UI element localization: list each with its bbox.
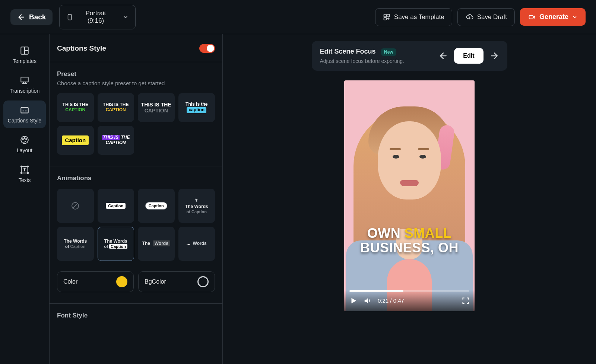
main: Templates Transcription Captions Style L… (0, 34, 596, 364)
svg-rect-5 (529, 15, 533, 19)
generate-button[interactable]: Generate (520, 8, 586, 26)
scene-focus-bar: Edit Scene Focus New Adjust scene focus … (312, 41, 507, 71)
preset-section: Preset Choose a caption style preset to … (50, 62, 222, 166)
preset-grid: THIS IS THE CAPTION THIS IS THE CAPTION … (57, 93, 215, 122)
sidebar-item-templates[interactable]: Templates (3, 41, 46, 68)
anim-line1: The Words (185, 204, 208, 210)
preset-subheading: Choose a caption style preset to get sta… (57, 80, 215, 86)
animation-tile-none[interactable] (57, 189, 94, 223)
svg-rect-10 (21, 77, 28, 82)
scene-focus-actions: Edit (438, 48, 499, 64)
caption-word-highlighted: SMALL (405, 226, 451, 241)
anim-line1: The Words (64, 239, 87, 244)
sidebar-item-captions-style[interactable]: Captions Style (3, 100, 46, 128)
sidebar-item-layout[interactable]: Layout (3, 130, 46, 158)
edit-scene-button[interactable]: Edit (454, 48, 483, 64)
animation-tile-words-cursor[interactable]: The Words of Caption (178, 189, 215, 223)
preset-line2: CAPTION (145, 108, 168, 114)
preset-tile-1[interactable]: THIS IS THE CAPTION (57, 93, 94, 122)
back-label: Back (29, 13, 46, 21)
color-picker[interactable]: Color (57, 271, 134, 292)
play-button[interactable] (349, 297, 358, 305)
caption-word: OH (438, 240, 459, 255)
preset-line2: CAPTION (65, 108, 85, 113)
animation-tile-caption-round[interactable]: Caption (138, 189, 175, 223)
person-brow (390, 148, 401, 150)
video-frame (344, 80, 475, 311)
font-style-section: Font Style (50, 304, 222, 319)
animations-heading: Animations (57, 175, 215, 182)
save-as-template-button[interactable]: Save as Template (375, 8, 452, 26)
panel-header: Captions Style (50, 34, 222, 62)
video-preview[interactable]: OWN SMALL BUSINESS, OH 0:21 (344, 80, 475, 311)
transcription-icon (19, 75, 30, 86)
caption-word: BUSINESS, (360, 240, 434, 255)
svg-rect-3 (387, 14, 390, 17)
person-eye (393, 155, 399, 159)
preset-tile-2[interactable]: THIS IS THE CAPTION (98, 93, 134, 122)
animation-tile-words-spaced[interactable]: The Words (138, 227, 175, 261)
sidebar-item-label: Templates (13, 58, 37, 64)
svg-rect-12 (21, 107, 28, 113)
scene-prev-button[interactable] (438, 51, 448, 61)
canvas-column: Edit Scene Focus New Adjust scene focus … (223, 34, 596, 364)
arrow-left-icon (17, 13, 25, 21)
anim-label: ... Words (187, 241, 207, 246)
fullscreen-button[interactable] (462, 297, 469, 304)
preset-tile-5[interactable]: Caption (57, 126, 94, 155)
topbar: Back Portrait (9:16) Save as Template Sa… (0, 0, 596, 34)
preset-heading: Preset (57, 70, 215, 78)
preset-grid-row2: Caption THIS IS THE CAPTION (57, 126, 215, 155)
preset-line2: caption (187, 107, 206, 113)
sidebar-item-transcription[interactable]: Transcription (3, 71, 46, 98)
save-template-label: Save as Template (394, 13, 444, 21)
caption-overlay: OWN SMALL BUSINESS, OH (344, 226, 475, 255)
anim-line2: of Caption (104, 244, 127, 249)
anim-label: The Words (142, 241, 170, 246)
new-badge: New (381, 48, 396, 56)
animation-tile-caption-box[interactable]: Caption (98, 189, 134, 223)
color-swatch (116, 276, 127, 287)
templates-icon (19, 45, 30, 56)
scene-focus-text: Edit Scene Focus New Adjust scene focus … (320, 48, 404, 64)
topbar-left: Back Portrait (9:16) (10, 5, 136, 29)
layout-palette-icon (19, 135, 30, 145)
template-save-icon (383, 13, 390, 21)
svg-rect-4 (384, 17, 386, 20)
anim-line2: of Caption (65, 244, 85, 249)
volume-button[interactable] (364, 297, 372, 305)
sidebar-item-texts[interactable]: Texts (3, 160, 46, 188)
svg-point-16 (22, 138, 23, 140)
preset-line1: THIS IS THE (103, 102, 129, 108)
scene-focus-title: Edit Scene Focus (320, 48, 376, 55)
bgcolor-picker[interactable]: BgColor (138, 271, 215, 292)
anim-line1: The Words (104, 239, 127, 244)
animation-tile-words-ellipsis[interactable]: ... Words (178, 227, 215, 261)
scene-next-button[interactable] (489, 51, 499, 61)
captions-enabled-toggle[interactable] (199, 44, 215, 53)
preset-line2: CAPTION (106, 108, 126, 113)
svg-marker-29 (365, 298, 368, 303)
sidebar-item-label: Layout (17, 147, 32, 153)
back-button[interactable]: Back (10, 9, 53, 25)
aspect-ratio-dropdown[interactable]: Portrait (9:16) (59, 5, 136, 29)
preset-line1: This is the (186, 102, 207, 107)
phone-portrait-icon (66, 13, 73, 21)
sidebar-item-label: Captions Style (8, 118, 41, 124)
aspect-label: Portrait (9:16) (77, 10, 114, 25)
animation-tile-words-fade[interactable]: The Words of Caption (57, 227, 94, 261)
animation-tile-words-highlight[interactable]: The Words of Caption (98, 227, 134, 261)
caption-word: OWN (367, 226, 400, 241)
video-icon (528, 14, 536, 20)
preset-tile-3[interactable]: THIS IS THE CAPTION (138, 93, 175, 122)
sidebar-item-label: Texts (19, 177, 31, 183)
bgcolor-swatch (197, 276, 209, 287)
preset-tile-4[interactable]: This is the caption (178, 93, 215, 122)
save-draft-button[interactable]: Save Draft (457, 8, 515, 26)
cloud-download-icon (465, 13, 473, 21)
color-label: Color (63, 278, 77, 285)
svg-rect-2 (384, 14, 386, 17)
person-eye (419, 155, 426, 159)
anim-label: Caption (145, 202, 167, 210)
preset-tile-6[interactable]: THIS IS THE CAPTION (98, 126, 134, 155)
